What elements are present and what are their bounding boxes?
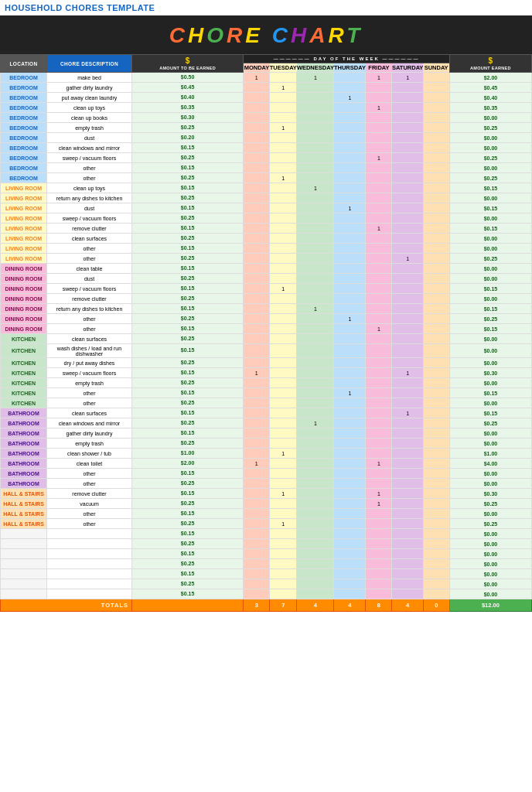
day-sat-cell (392, 459, 423, 469)
earned-cell: $0.15 (449, 183, 531, 193)
amount-to-earn-cell: $0.25 (132, 559, 244, 569)
table-row: KITCHEN clean surfaces $0.25 $0.00 (1, 334, 532, 344)
day-sun-cell (423, 153, 449, 163)
earned-cell: $0.00 (449, 428, 531, 439)
table-row: BATHROOM gather dirty laundry $0.15 $0.0… (1, 428, 532, 439)
day-sat-cell (392, 499, 423, 509)
earned-cell: $0.25 (449, 418, 531, 428)
location-cell: DINING ROOM (1, 284, 47, 294)
table-row: HALL & STAIRS vacuum $0.25 1 $0.25 (1, 499, 532, 509)
location-cell: DINING ROOM (1, 264, 47, 274)
day-fri-cell (366, 449, 392, 459)
day-thu-cell (334, 509, 366, 519)
table-row: LIVING ROOM clean up toys $0.15 1 $0.15 (1, 183, 532, 193)
day-sat-cell (392, 294, 423, 304)
day-fri-cell (366, 428, 392, 439)
day-thu-cell (334, 103, 366, 113)
column-header-row: LOCATION CHORE DESCRIPTION $ AMOUNT TO B… (1, 55, 532, 63)
day-wed-cell (297, 193, 334, 203)
day-tue-cell (270, 398, 297, 408)
chore-cell (47, 539, 132, 549)
day-mon-cell (244, 509, 270, 519)
day-sun-cell (423, 418, 449, 428)
totals-mon: 3 (244, 599, 270, 612)
amount-to-earn-cell: $0.15 (132, 408, 244, 418)
day-thu-cell (334, 589, 366, 599)
day-wed-cell (297, 559, 334, 569)
day-thu-cell (334, 549, 366, 559)
day-fri-cell (366, 203, 392, 213)
table-row: BATHROOM clean toilet $2.00 11 $4.00 (1, 459, 532, 469)
table-row: DINING ROOM dust $0.25 $0.00 (1, 274, 532, 284)
day-tue-cell (270, 103, 297, 113)
sunday-header: SUNDAY (423, 63, 449, 72)
location-cell: BEDROOM (1, 143, 47, 153)
day-wed-cell (297, 408, 334, 418)
day-thu-cell (334, 439, 366, 449)
day-tue-cell (270, 408, 297, 418)
earned-cell: $0.00 (449, 264, 531, 274)
day-wed-cell (297, 113, 334, 123)
day-sat-cell: 1 (392, 254, 423, 264)
day-wed-cell: 1 (297, 73, 334, 83)
earned-cell: $0.25 (449, 314, 531, 324)
day-fri-cell (366, 244, 392, 254)
earned-cell: $0.25 (449, 254, 531, 264)
earned-cell: $0.15 (449, 224, 531, 234)
chore-cell: other (47, 244, 132, 254)
table-row: BEDROOM sweep / vacuum floors $0.25 1 $0… (1, 153, 532, 163)
day-thu-cell (334, 579, 366, 589)
saturday-header: SATURDAY (392, 63, 423, 72)
day-sun-cell (423, 398, 449, 408)
day-fri-cell (366, 408, 392, 418)
chore-cell: empty trash (47, 439, 132, 449)
day-tue-cell (270, 378, 297, 388)
chore-cell: return any dishes to kitchen (47, 304, 132, 314)
amount-to-earn-cell: $0.15 (132, 428, 244, 439)
amount-to-earn-cell: $0.25 (132, 294, 244, 304)
day-wed-cell (297, 254, 334, 264)
day-wed-cell (297, 334, 334, 344)
day-wed-cell (297, 103, 334, 113)
chore-cell: clean surfaces (47, 334, 132, 344)
day-sun-cell (423, 408, 449, 418)
table-row: $0.25 $0.00 (1, 559, 532, 569)
day-sun-cell (423, 449, 449, 459)
day-sun-cell (423, 244, 449, 254)
day-thu-cell (334, 469, 366, 479)
day-tue-cell (270, 539, 297, 549)
day-mon-cell (244, 133, 270, 143)
day-thu-cell (334, 73, 366, 83)
amount-to-earn-cell: $0.25 (132, 334, 244, 344)
day-wed-cell (297, 224, 334, 234)
day-sat-cell (392, 418, 423, 428)
table-row: DINING ROOM clean table $0.15 $0.00 (1, 264, 532, 274)
day-fri-cell (366, 334, 392, 344)
amount-to-earn-cell: $0.25 (132, 439, 244, 449)
day-thu-cell (334, 479, 366, 489)
day-thu-cell (334, 284, 366, 294)
totals-wed: 4 (297, 599, 334, 612)
day-fri-cell (366, 388, 392, 398)
table-row: KITCHEN other $0.15 1 $0.15 (1, 388, 532, 398)
day-wed-cell (297, 123, 334, 133)
chore-cell: other (47, 254, 132, 264)
chore-cell: return any dishes to kitchen (47, 193, 132, 203)
amount-to-earn-cell: $0.15 (132, 589, 244, 599)
earned-cell: $0.40 (449, 93, 531, 103)
day-mon-cell (244, 479, 270, 489)
day-thu-cell (334, 123, 366, 133)
day-mon-cell (244, 344, 270, 358)
day-mon-cell: 1 (244, 368, 270, 378)
location-cell: BEDROOM (1, 133, 47, 143)
day-wed-cell (297, 344, 334, 358)
chore-cell: dust (47, 133, 132, 143)
day-sun-cell (423, 378, 449, 388)
day-mon-cell (244, 113, 270, 123)
day-fri-cell (366, 469, 392, 479)
day-sun-cell (423, 559, 449, 569)
day-sat-cell (392, 133, 423, 143)
chore-cell: other (47, 163, 132, 173)
earned-cell: $0.15 (449, 408, 531, 418)
location-cell: BATHROOM (1, 418, 47, 428)
